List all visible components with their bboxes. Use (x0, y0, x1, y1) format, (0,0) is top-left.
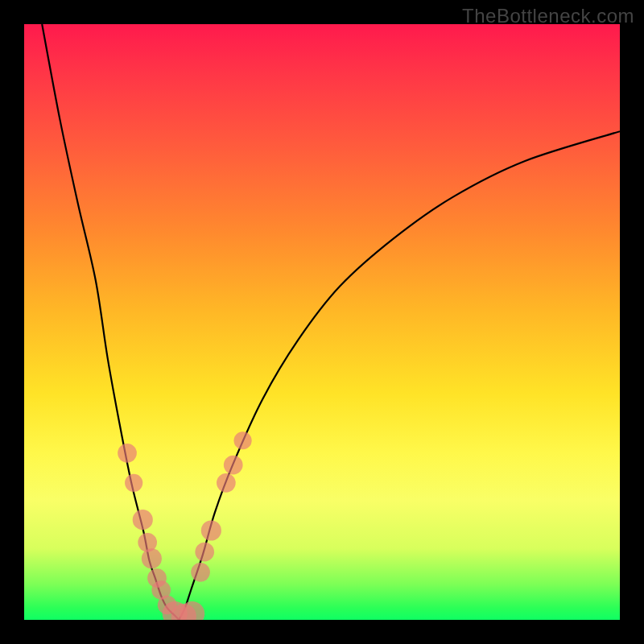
right-curve (179, 131, 620, 620)
chart-plot-area (24, 24, 620, 620)
data-dot (217, 473, 236, 493)
chart-svg (24, 24, 620, 620)
data-dot (201, 520, 221, 540)
data-dot (224, 456, 243, 475)
data-dot (191, 563, 210, 582)
watermark-text: TheBottleneck.com (462, 5, 634, 27)
data-dot (195, 543, 214, 562)
data-dot (125, 474, 142, 492)
data-dots (118, 431, 251, 620)
data-dot (142, 548, 162, 568)
data-dot (233, 431, 251, 449)
chart-frame: TheBottleneck.com (0, 0, 644, 644)
data-dot (133, 510, 153, 530)
data-dot (118, 444, 137, 463)
left-curve (42, 24, 179, 620)
